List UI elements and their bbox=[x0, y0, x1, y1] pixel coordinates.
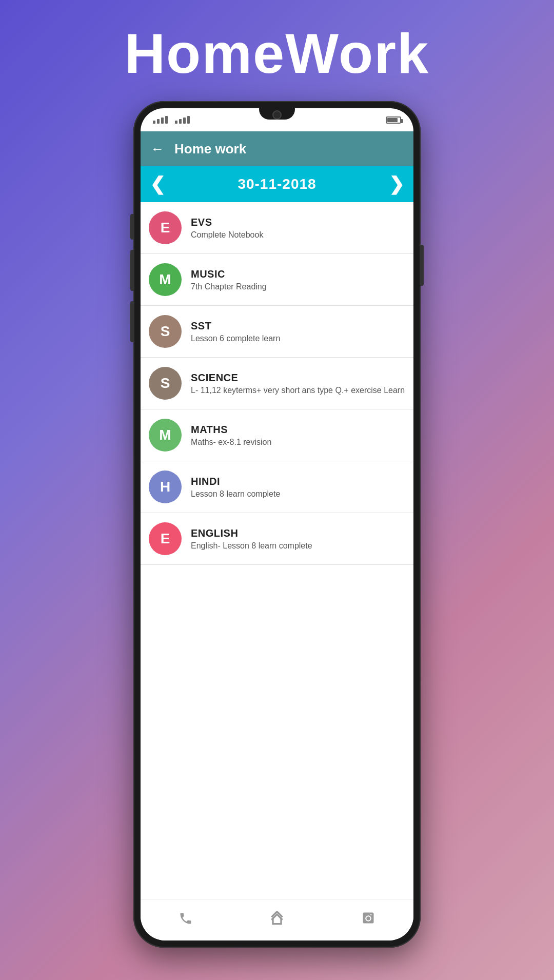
subject-description: Maths- ex-8.1 revision bbox=[191, 438, 405, 447]
subject-item[interactable]: EENGLISHEnglish- Lesson 8 learn complete bbox=[141, 513, 413, 565]
subject-avatar: M bbox=[149, 263, 182, 296]
subject-item[interactable]: HHINDILesson 8 learn complete bbox=[141, 461, 413, 513]
subject-avatar: S bbox=[149, 315, 182, 348]
app-screen: ← Home work ❮ 30-11-2018 ❯ EEVSComplete … bbox=[141, 131, 413, 940]
subject-info: MUSIC7th Chapter Reading bbox=[191, 268, 405, 291]
bottom-navigation bbox=[141, 899, 413, 940]
subject-info: ENGLISHEnglish- Lesson 8 learn complete bbox=[191, 527, 405, 551]
front-camera bbox=[272, 110, 282, 120]
battery-indicator bbox=[386, 116, 401, 124]
subject-item[interactable]: MMUSIC7th Chapter Reading bbox=[141, 254, 413, 306]
signal-bar-6 bbox=[179, 119, 182, 124]
subject-info: EVSComplete Notebook bbox=[191, 217, 405, 240]
subject-avatar: E bbox=[149, 522, 182, 555]
subject-description: 7th Chapter Reading bbox=[191, 282, 405, 291]
signal-bar-3 bbox=[161, 117, 164, 124]
subject-name: MUSIC bbox=[191, 268, 405, 280]
volume-silent-button bbox=[130, 214, 134, 240]
app-title: HomeWork bbox=[125, 21, 430, 86]
volume-up-button bbox=[130, 250, 134, 291]
subject-info: HINDILesson 8 learn complete bbox=[191, 476, 405, 499]
battery-fill bbox=[387, 118, 398, 122]
home-nav-icon[interactable] bbox=[269, 910, 285, 930]
subject-info: SSTLesson 6 complete learn bbox=[191, 320, 405, 343]
phone-nav-icon[interactable] bbox=[179, 911, 193, 929]
subject-description: English- Lesson 8 learn complete bbox=[191, 541, 405, 551]
power-button bbox=[420, 245, 424, 286]
subject-description: Lesson 8 learn complete bbox=[191, 489, 405, 499]
subject-name: SST bbox=[191, 320, 405, 332]
subject-avatar: H bbox=[149, 471, 182, 503]
phone-mockup: ← Home work ❮ 30-11-2018 ❯ EEVSComplete … bbox=[133, 101, 421, 948]
subject-name: HINDI bbox=[191, 476, 405, 487]
subject-item[interactable]: SSSTLesson 6 complete learn bbox=[141, 306, 413, 358]
signal-indicator bbox=[153, 116, 190, 124]
subject-list: EEVSComplete NotebookMMUSIC7th Chapter R… bbox=[141, 202, 413, 565]
subject-info: SCIENCEL- 11,12 keyterms+ very short ans… bbox=[191, 372, 405, 395]
signal-bar-7 bbox=[183, 117, 186, 124]
app-topbar: ← Home work bbox=[141, 131, 413, 166]
signal-bar-8 bbox=[187, 116, 190, 124]
signal-bar-4 bbox=[165, 116, 168, 124]
subject-item[interactable]: SSCIENCEL- 11,12 keyterms+ very short an… bbox=[141, 358, 413, 409]
date-next-button[interactable]: ❯ bbox=[389, 173, 404, 195]
subject-description: L- 11,12 keyterms+ very short ans type Q… bbox=[191, 386, 405, 395]
date-nav-bar: ❮ 30-11-2018 ❯ bbox=[141, 166, 413, 202]
subject-name: MATHS bbox=[191, 424, 405, 436]
subject-info: MATHSMaths- ex-8.1 revision bbox=[191, 424, 405, 447]
subject-item[interactable]: MMATHSMaths- ex-8.1 revision bbox=[141, 409, 413, 461]
subject-description: Lesson 6 complete learn bbox=[191, 334, 405, 343]
date-prev-button[interactable]: ❮ bbox=[150, 173, 165, 195]
signal-bar-2 bbox=[157, 119, 160, 124]
subject-item[interactable]: EEVSComplete Notebook bbox=[141, 202, 413, 254]
back-button[interactable]: ← bbox=[151, 141, 164, 157]
screen-title: Home work bbox=[174, 141, 246, 157]
subject-name: EVS bbox=[191, 217, 405, 228]
signal-bar-5 bbox=[175, 121, 177, 124]
subject-avatar: M bbox=[149, 419, 182, 452]
subject-avatar: S bbox=[149, 367, 182, 400]
subject-description: Complete Notebook bbox=[191, 230, 405, 240]
subject-avatar: E bbox=[149, 211, 182, 244]
volume-down-button bbox=[130, 301, 134, 342]
camera-nav-icon[interactable] bbox=[361, 911, 375, 929]
subject-name: ENGLISH bbox=[191, 527, 405, 539]
signal-bar-1 bbox=[153, 121, 155, 124]
subject-name: SCIENCE bbox=[191, 372, 405, 384]
current-date: 30-11-2018 bbox=[238, 176, 316, 192]
